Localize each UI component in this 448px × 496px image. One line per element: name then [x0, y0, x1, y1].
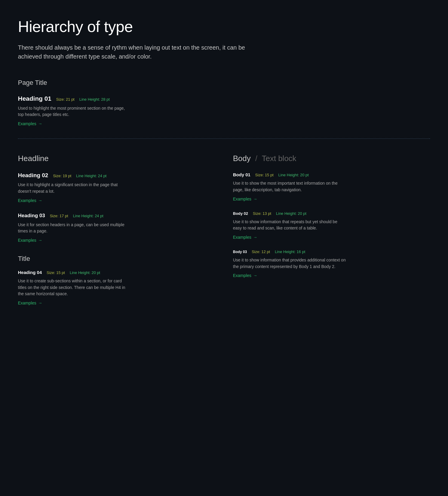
- body03-examples-link[interactable]: Examples →: [233, 273, 257, 278]
- title-section: Title Heading 04 Size: 15 pt Line Height…: [18, 255, 215, 306]
- page-title-section-label: Page Title: [18, 79, 430, 87]
- body03-arrow: →: [253, 273, 257, 278]
- heading02-name: Heading 02: [18, 172, 48, 179]
- heading01-examples-link[interactable]: Examples →: [18, 121, 42, 126]
- body03-entry: Body 03 Size: 12 pt Line Height: 16 pt U…: [233, 249, 430, 278]
- left-column: Headline Heading 02 Size: 19 pt Line Hei…: [18, 154, 215, 315]
- heading04-entry: Heading 04 Size: 15 pt Line Height: 20 p…: [18, 270, 215, 306]
- heading02-examples-link[interactable]: Examples →: [18, 198, 42, 203]
- headline-section: Headline Heading 02 Size: 19 pt Line Hei…: [18, 154, 215, 243]
- heading02-size: Size: 19 pt: [53, 174, 71, 178]
- body02-entry: Body 02 Size: 13 pt Line Height: 20 pt U…: [233, 211, 430, 240]
- heading04-name: Heading 04: [18, 270, 42, 275]
- heading04-name-row: Heading 04 Size: 15 pt Line Height: 20 p…: [18, 270, 215, 275]
- body01-name: Body 01: [233, 172, 250, 177]
- body03-name-row: Body 03 Size: 12 pt Line Height: 16 pt: [233, 249, 430, 254]
- heading01-entry: Heading 01 Size: 21 pt Line Height: 28 p…: [18, 95, 430, 126]
- body02-examples-link[interactable]: Examples →: [233, 235, 257, 240]
- body01-lineheight: Line Height: 20 pt: [278, 173, 309, 177]
- heading01-desc: Used to highlight the most prominent sec…: [18, 105, 131, 118]
- body-section: Body / Text block Body 01 Size: 15 pt Li…: [233, 154, 430, 278]
- heading04-size: Size: 15 pt: [47, 270, 65, 275]
- body02-name-row: Body 02 Size: 13 pt Line Height: 20 pt: [233, 211, 430, 216]
- body02-size: Size: 13 pt: [253, 211, 271, 216]
- body02-arrow: →: [253, 235, 257, 240]
- heading04-lineheight: Line Height: 20 pt: [70, 270, 100, 275]
- headline-section-label: Headline: [18, 154, 215, 163]
- heading02-desc: Use it to highlight a significant sectio…: [18, 182, 131, 195]
- heading02-arrow: →: [38, 198, 42, 203]
- body-label-alt: Text block: [262, 154, 297, 163]
- heading01-name-row: Heading 01 Size: 21 pt Line Height: 28 p…: [18, 95, 430, 102]
- heading04-examples-link[interactable]: Examples →: [18, 301, 42, 305]
- heading03-examples-link[interactable]: Examples →: [18, 238, 42, 243]
- heading02-lineheight: Line Height: 24 pt: [76, 174, 107, 178]
- heading02-name-row: Heading 02 Size: 19 pt Line Height: 24 p…: [18, 172, 215, 179]
- heading03-entry: Heading 03 Size: 17 pt Line Height: 24 p…: [18, 213, 215, 243]
- heading01-size: Size: 21 pt: [56, 97, 74, 102]
- heading01-lineheight: Line Height: 28 pt: [79, 97, 110, 102]
- heading04-arrow: →: [38, 301, 42, 305]
- body03-lineheight: Line Height: 16 pt: [275, 249, 305, 254]
- page-title-section: Page Title Heading 01 Size: 21 pt Line H…: [18, 79, 430, 126]
- heading01-arrow: →: [38, 121, 42, 126]
- heading04-desc: Use it to create sub-sections within a s…: [18, 278, 131, 297]
- hero-subtitle: There should always be a sense of rythm …: [18, 43, 251, 61]
- body01-arrow: →: [253, 197, 257, 201]
- body01-name-row: Body 01 Size: 15 pt Line Height: 20 pt: [233, 172, 430, 177]
- heading03-desc: Use it for section headers in a page, ca…: [18, 222, 131, 235]
- heading03-name: Heading 03: [18, 213, 45, 219]
- heading03-arrow: →: [38, 238, 42, 243]
- body-label-sep: /: [255, 154, 257, 163]
- two-col-layout: Headline Heading 02 Size: 19 pt Line Hei…: [18, 154, 430, 315]
- body02-name: Body 02: [233, 211, 248, 216]
- heading01-name: Heading 01: [18, 95, 51, 102]
- hero-section: Hierarchy of type There should always be…: [18, 18, 430, 61]
- body01-desc: Use it to show the most important text i…: [233, 180, 346, 193]
- heading03-lineheight: Line Height: 24 pt: [73, 214, 103, 218]
- page-main-title: Hierarchy of type: [18, 18, 430, 36]
- body03-name: Body 03: [233, 250, 247, 254]
- body03-size: Size: 12 pt: [252, 249, 270, 254]
- right-column: Body / Text block Body 01 Size: 15 pt Li…: [233, 154, 430, 315]
- body01-entry: Body 01 Size: 15 pt Line Height: 20 pt U…: [233, 172, 430, 201]
- heading03-name-row: Heading 03 Size: 17 pt Line Height: 24 p…: [18, 213, 215, 219]
- heading03-size: Size: 17 pt: [50, 214, 68, 218]
- body-section-label: Body / Text block: [233, 154, 430, 163]
- body02-desc: Use it to show information that repeats …: [233, 219, 346, 232]
- section-divider: [18, 138, 430, 139]
- body01-size: Size: 15 pt: [255, 173, 273, 177]
- heading02-entry: Heading 02 Size: 19 pt Line Height: 24 p…: [18, 172, 215, 203]
- body02-lineheight: Line Height: 20 pt: [276, 211, 306, 216]
- body03-desc: Use it to show information that provides…: [233, 257, 346, 270]
- title-section-label: Title: [18, 255, 215, 263]
- body01-examples-link[interactable]: Examples →: [233, 197, 257, 201]
